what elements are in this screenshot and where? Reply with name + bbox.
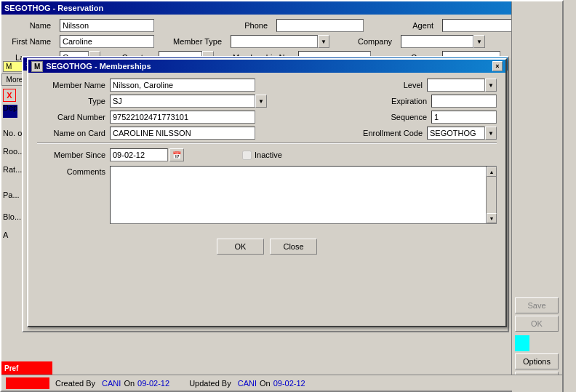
phone-input[interactable] bbox=[276, 19, 364, 32]
card-number-input[interactable] bbox=[110, 111, 255, 124]
pref-label: Pref bbox=[4, 364, 18, 372]
level-label: Level bbox=[369, 81, 427, 89]
member-name-field: Member Name bbox=[37, 79, 255, 92]
membertype-input[interactable] bbox=[231, 35, 318, 48]
company-input[interactable] bbox=[401, 35, 473, 48]
expiration-label: Expiration bbox=[373, 97, 431, 105]
a-label-left: A bbox=[3, 231, 8, 239]
cyan-indicator bbox=[515, 335, 529, 351]
space3 bbox=[233, 379, 236, 388]
membertype-label: Member Type bbox=[173, 37, 222, 46]
ok-button[interactable]: OK bbox=[217, 239, 264, 255]
type-row: Type ▼ Expiration bbox=[37, 95, 497, 108]
delete-button[interactable]: X bbox=[3, 89, 16, 102]
sequence-field: Sequence bbox=[373, 111, 497, 124]
room-label-left: Roo... bbox=[3, 147, 24, 156]
firstname-label: First Name bbox=[7, 37, 51, 46]
member-since-label: Member Since bbox=[37, 151, 110, 159]
options-button[interactable]: Options bbox=[515, 353, 559, 369]
level-field: Level ▼ bbox=[369, 79, 497, 92]
member-since-row: Member Since 📅 Inactive bbox=[37, 148, 497, 161]
main-title-bar: SEGOTHOG - Reservation _ □ × bbox=[1, 1, 562, 15]
comments-scroll-down[interactable]: ▼ bbox=[487, 213, 497, 223]
memberships-dialog-title: SEGOTHOG - Memberships bbox=[46, 62, 151, 71]
member-name-row: Member Name Level ▼ bbox=[37, 79, 497, 92]
name-label: Name bbox=[7, 21, 51, 30]
memberships-title-content: M SEGOTHOG - Memberships bbox=[31, 61, 151, 72]
memberships-dialog: M SEGOTHOG - Memberships × Member Name L… bbox=[27, 58, 507, 327]
cyan-ok-row bbox=[515, 335, 559, 351]
name-on-card-row: Name on Card Enrollment Code ▼ bbox=[37, 127, 497, 140]
card-number-field: Card Number bbox=[37, 111, 255, 124]
main-window: SEGOTHOG - Reservation _ □ × Name Phone … bbox=[0, 0, 564, 392]
level-input[interactable] bbox=[427, 79, 485, 92]
name-input[interactable] bbox=[60, 19, 154, 32]
bloc-label-left: Blo... bbox=[3, 212, 21, 221]
right-panel-spacer bbox=[515, 4, 559, 295]
status-bar: Created By CANI On 09-02-12 Updated By C… bbox=[1, 375, 562, 391]
name-on-card-field: Name on Card bbox=[37, 127, 255, 140]
space2 bbox=[178, 379, 180, 388]
member-since-input[interactable] bbox=[110, 148, 168, 161]
card-number-row: Card Number Sequence bbox=[37, 111, 497, 124]
member-name-input[interactable] bbox=[110, 79, 255, 92]
expiration-input[interactable] bbox=[431, 95, 497, 108]
membertype-field: ▼ bbox=[231, 35, 329, 48]
form-separator bbox=[37, 143, 497, 144]
comments-scroll-up[interactable]: ▲ bbox=[487, 167, 497, 177]
type-input[interactable] bbox=[110, 95, 255, 108]
card-number-label: Card Number bbox=[37, 113, 110, 121]
comments-section: Comments ▲ ▼ bbox=[37, 166, 497, 224]
dep-label: Dep bbox=[3, 103, 17, 112]
calendar-button[interactable]: 📅 bbox=[169, 148, 184, 161]
created-date-value: 09-02-12 bbox=[137, 379, 169, 388]
pref-bar: Pref bbox=[1, 361, 52, 375]
sequence-input[interactable] bbox=[431, 111, 497, 124]
level-dropdown-btn[interactable]: ▼ bbox=[485, 79, 497, 92]
phone-label: Phone bbox=[224, 21, 268, 30]
type-dropdown-btn[interactable]: ▼ bbox=[255, 95, 267, 108]
enrollment-code-field: Enrollment Code ▼ bbox=[363, 127, 497, 140]
company-field: ▼ bbox=[401, 35, 485, 48]
pak-label-left: Pa... bbox=[3, 191, 20, 199]
rate-label-left: Rat... bbox=[3, 165, 22, 174]
space1 bbox=[97, 379, 100, 388]
dialog-button-row: OK Close bbox=[28, 233, 505, 260]
comments-textarea[interactable] bbox=[111, 167, 486, 223]
inactive-label: Inactive bbox=[255, 151, 282, 159]
member-name-label: Member Name bbox=[37, 81, 110, 89]
enrollment-code-dropdown-btn[interactable]: ▼ bbox=[485, 127, 497, 140]
save-button[interactable]: Save bbox=[515, 297, 559, 313]
close-dialog-button[interactable]: Close bbox=[270, 239, 317, 255]
updated-date-value: 09-02-12 bbox=[273, 379, 305, 388]
updated-by-label: Updated By bbox=[189, 379, 231, 388]
updated-by-value: CANI bbox=[238, 379, 257, 388]
company-dropdown-btn[interactable]: ▼ bbox=[473, 35, 485, 48]
level-input-group: ▼ bbox=[427, 79, 497, 92]
agent-input[interactable] bbox=[442, 19, 515, 32]
agent-label: Agent bbox=[390, 21, 433, 30]
memberships-icon: M bbox=[31, 61, 43, 72]
ok-main-button[interactable]: OK bbox=[515, 316, 559, 332]
created-by-value: CANI bbox=[102, 379, 121, 388]
on1-label: On bbox=[124, 379, 135, 388]
type-input-group: ▼ bbox=[110, 95, 267, 108]
memberships-title-bar: M SEGOTHOG - Memberships × bbox=[28, 60, 505, 73]
type-label: Type bbox=[37, 97, 110, 105]
firstname-input[interactable] bbox=[60, 35, 154, 48]
name-on-card-label: Name on Card bbox=[37, 129, 110, 137]
comments-scroll-track bbox=[487, 177, 496, 213]
inactive-checkbox[interactable] bbox=[242, 151, 252, 160]
main-window-title: SEGOTHOG - Reservation bbox=[4, 4, 103, 12]
name-on-card-input[interactable] bbox=[110, 127, 255, 140]
enrollment-code-input[interactable] bbox=[427, 127, 485, 140]
memberships-close-icon-btn[interactable]: × bbox=[492, 61, 503, 71]
sequence-label: Sequence bbox=[373, 113, 431, 121]
comments-scrollbar: ▲ ▼ bbox=[486, 167, 496, 223]
comments-label: Comments bbox=[37, 166, 110, 176]
right-panel: Save OK Options Close bbox=[511, 1, 562, 392]
enrollment-code-label: Enrollment Code bbox=[363, 129, 427, 137]
comments-area: ▲ ▼ bbox=[110, 166, 497, 224]
pref-status-bar bbox=[6, 377, 49, 389]
membertype-dropdown-btn[interactable]: ▼ bbox=[318, 35, 329, 48]
